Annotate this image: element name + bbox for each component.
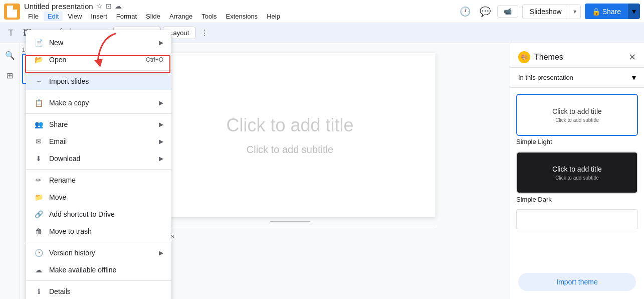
menu-import-label: Import slides [49,77,89,85]
menu-insert[interactable]: Insert [87,12,111,21]
menu-extensions[interactable]: Extensions [222,12,262,21]
menu-move-left: 📁 Move [34,193,66,202]
theme-card-light[interactable]: Click to add title Click to add subtitle [516,94,638,136]
menu-offline[interactable]: ☁ Make available offline [26,261,171,278]
download-arrow: ▶ [159,155,163,162]
menu-copy-left: 📋 Make a copy [34,98,89,107]
theme-card-dark[interactable]: Click to add title Click to add subtitle [516,152,638,194]
menu-open[interactable]: 📂 Open Ctrl+O [26,51,171,68]
chevron-down-icon: ▾ [632,73,636,82]
theme-simple-light[interactable]: Click to add title Click to add subtitle… [516,94,638,145]
drive-icon[interactable]: ⊡ [106,2,112,10]
slide-title-placeholder: Click to add title [226,115,353,136]
presentation-title[interactable]: Untitled presentation [24,2,93,11]
menu-section-1: 📄 New ▶ 📂 Open Ctrl+O [26,32,171,71]
left-sidebar: 🔍 ⊞ [0,43,20,299]
menu-version-history[interactable]: 🕐 Version history ▶ [26,244,171,261]
theme-simple-dark[interactable]: Click to add title Click to add subtitle… [516,152,638,203]
menu-version-left: 🕐 Version history [34,248,95,257]
more-options-icon[interactable]: ⋮ [197,26,211,40]
theme-card-3[interactable] [516,209,638,229]
slideshow-button[interactable]: Slideshow ▾ [522,4,581,19]
menu-section-4: 👥 Share ▶ ✉ Email ▶ ⬇ Download ▶ [26,114,171,170]
menu-arrange[interactable]: Arrange [165,12,196,21]
slideshow-arrow-icon[interactable]: ▾ [569,5,580,18]
text-icon[interactable]: T [4,26,18,40]
menu-tools[interactable]: Tools [197,12,221,21]
share-button-group[interactable]: 🔒 Share ▾ [585,4,640,19]
slide-subtitle-placeholder: Click to add subtitle [247,144,333,156]
menu-edit[interactable]: Edit [44,12,63,21]
menu-make-copy[interactable]: 📋 Make a copy ▶ [26,94,171,111]
menu-email[interactable]: ✉ Email ▶ [26,133,171,150]
menu-section-6: 🕐 Version history ▶ ☁ Make available off… [26,242,171,281]
comment-icon[interactable]: 💬 [477,4,493,20]
menu-rename-left: ✏ Rename [34,176,76,185]
menu-version-label: Version history [49,249,95,257]
themes-title: Themes [534,53,563,62]
menu-download[interactable]: ⬇ Download ▶ [26,150,171,167]
menu-section-7: ℹ Details 🌐 Language ▶ [26,281,171,299]
menu-add-shortcut[interactable]: 🔗 Add shortcut to Drive [26,206,171,223]
menu-import-slides[interactable]: → Import slides [26,73,171,90]
version-arrow: ▶ [159,249,163,256]
menu-section-5: ✏ Rename 📁 Move 🔗 Add shortcut to Drive … [26,170,171,242]
notes-area[interactable]: er notes [145,226,436,246]
app-icon [4,4,20,20]
menu-new-left: 📄 New [34,38,63,47]
slideshow-label[interactable]: Slideshow [523,5,569,19]
top-bar: Untitled presentation ☆ ⊡ ☁ File Edit Vi… [0,0,644,23]
sidebar-search-icon[interactable]: 🔍 [2,47,18,63]
menu-download-label: Download [49,155,80,163]
menu-move[interactable]: 📁 Move [26,189,171,206]
share-arrow-icon[interactable]: ▾ [628,4,640,19]
menu-shortcut-left: 🔗 Add shortcut to Drive [34,210,115,219]
menu-view[interactable]: View [64,12,86,21]
menu-trash-left: 🗑 Move to trash [34,227,92,236]
themes-panel: 🎨 Themes ✕ In this presentation ▾ Click … [510,43,644,299]
copy-arrow: ▶ [159,99,163,106]
theme-preview-dark: Click to add title Click to add subtitle [517,153,637,193]
menu-new[interactable]: 📄 New ▶ [26,34,171,51]
share-main-button[interactable]: 🔒 Share [585,5,628,19]
star-icon[interactable]: ☆ [96,2,103,10]
download-icon: ⬇ [34,154,43,163]
menu-bar: File Edit View Insert Format Slide Arran… [24,12,457,21]
menu-format[interactable]: Format [112,12,141,21]
menu-trash-label: Move to trash [49,227,92,235]
theme-dark-label: Simple Dark [516,196,638,203]
meet-button[interactable]: 📹 [497,5,518,18]
menu-slide[interactable]: Slide [142,12,164,21]
sidebar-grid-icon[interactable]: ⊞ [2,67,18,83]
open-icon: 📂 [34,55,43,64]
menu-offline-label: Make available offline [49,266,116,274]
menu-copy-label: Make a copy [49,99,89,107]
close-themes-button[interactable]: ✕ [628,52,636,63]
import-theme-button[interactable]: Import theme [518,273,636,291]
cloud-icon[interactable]: ☁ [115,2,122,10]
menu-help[interactable]: Help [263,12,284,21]
details-icon: ℹ [34,287,43,296]
app-icon-inner [7,6,17,18]
menu-share[interactable]: 👥 Share ▶ [26,116,171,133]
title-area: Untitled presentation ☆ ⊡ ☁ File Edit Vi… [24,2,457,21]
menu-details[interactable]: ℹ Details [26,283,171,299]
menu-move-trash[interactable]: 🗑 Move to trash [26,223,171,240]
new-icon: 📄 [34,38,43,47]
themes-dropdown[interactable]: In this presentation ▾ [510,68,644,88]
open-shortcut: Ctrl+O [146,56,163,63]
menu-details-left: ℹ Details [34,287,71,296]
menu-new-label: New [49,39,63,47]
slide-canvas[interactable]: Click to add title Click to add subtitle [145,53,436,217]
history-icon[interactable]: 🕐 [457,4,473,20]
slide-line [145,217,436,226]
move-icon: 📁 [34,193,43,202]
themes-content: Click to add title Click to add subtitle… [510,88,644,269]
share-icon: 👥 [34,120,43,129]
menu-file[interactable]: File [24,12,43,21]
menu-import-left: → Import slides [34,77,89,86]
menu-details-label: Details [49,287,71,295]
title-row: Untitled presentation ☆ ⊡ ☁ [24,2,457,11]
menu-rename[interactable]: ✏ Rename [26,172,171,189]
menu-section-2: → Import slides [26,71,171,92]
